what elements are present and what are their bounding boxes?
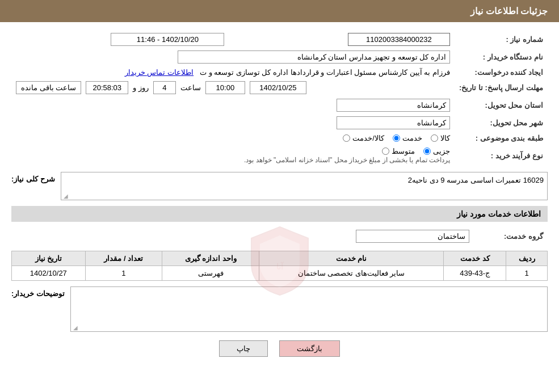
basic-info-table: شماره نیاز : 1102003384000232 1402/10/20… xyxy=(11,31,548,166)
tarikh-elam-value: 1402/10/20 - 11:46 xyxy=(111,33,224,46)
shomara-value: 1102003384000232 xyxy=(348,33,450,46)
button-row: بازگشت چاپ xyxy=(11,340,548,357)
tabaqa-option-kala[interactable]: کالا xyxy=(431,134,450,142)
mohlat-saat-mande-label: ساعت باقی مانده xyxy=(16,81,81,94)
nam-dastgah-value: اداره کل توسعه و تجهیز مدارس استان کرمان… xyxy=(178,50,450,64)
tabaqa-option-khedmat[interactable]: خدمت xyxy=(393,134,422,142)
ostan-label: استان محل تحویل: xyxy=(455,96,548,114)
col-radif: ردیف xyxy=(506,251,548,266)
col-tedad: تعداد / مقدار xyxy=(85,251,162,266)
col-nam: نام خدمت xyxy=(259,251,444,266)
table-header-row: ردیف کد خدمت نام خدمت واحد اندازه گیری ت… xyxy=(12,251,548,266)
tabaqa-radio-group: کالا/خدمت خدمت کالا xyxy=(343,134,450,142)
table-row: 1 ج-43-439 سایر فعالیت‌های تخصصی ساختمان… xyxy=(12,266,548,281)
tabaqa-label-khedmat: خدمت xyxy=(402,134,422,142)
ijad-label: ایجاد کننده درخواست: xyxy=(455,66,548,79)
noe-note: پرداخت تمام یا بخشی از مبلغ خریداز محل "… xyxy=(244,156,450,164)
sharh-label: شرح کلی نیاز: xyxy=(11,172,55,183)
row-tabaqa: طبقه بندی موضوعی : کالا/خدمت خدمت xyxy=(11,132,548,145)
page-wrapper: جزئیات اطلاعات نیاز شماره نیاز : 1102003… xyxy=(0,0,559,392)
col-kod: کد خدمت xyxy=(444,251,506,266)
cell-radif: 1 xyxy=(506,266,548,281)
cell-nam: سایر فعالیت‌های تخصصی ساختمان xyxy=(259,266,444,281)
page-header: جزئیات اطلاعات نیاز xyxy=(0,0,559,22)
noe-label-jozi: جزیی xyxy=(433,147,450,155)
cell-kod: ج-43-439 xyxy=(444,266,506,281)
mohlat-rooz-label: روز و xyxy=(133,83,149,92)
ijad-value-text: فرزام به آیین کارشناس مسئول اعتبارات و ق… xyxy=(200,68,450,77)
mohlat-label: مهلت ارسال پاسخ: تا تاریخ: xyxy=(455,79,548,96)
mohlat-rooz-value: 4 xyxy=(153,81,176,94)
shomara-value-cell: 1102003384000232 xyxy=(257,31,455,48)
nam-dastgah-value-cell: اداره کل توسعه و تجهیز مدارس استان کرمان… xyxy=(11,48,455,66)
noe-radio-group: متوسط جزیی xyxy=(382,147,450,155)
mohlat-countdown: 20:58:03 xyxy=(86,81,128,94)
tabaqa-label-kala: کالا xyxy=(440,134,450,142)
noe-option-jozi[interactable]: جزیی xyxy=(423,147,450,155)
col-vahed: واحد اندازه گیری xyxy=(162,251,259,266)
tabaqa-radio-khedmat[interactable] xyxy=(393,134,400,142)
row-noe: نوع فرآیند خرید : متوسط جزیی پرداخت تم xyxy=(11,145,548,166)
tabaqa-radio-kala[interactable] xyxy=(431,134,438,142)
tabaqa-radio-kala-khedmat[interactable] xyxy=(343,134,350,142)
tabaqa-option-kala-khedmat[interactable]: کالا/خدمت xyxy=(343,134,384,142)
noe-label: نوع فرآیند خرید : xyxy=(455,145,548,166)
services-table: ردیف کد خدمت نام خدمت واحد اندازه گیری ت… xyxy=(11,251,548,281)
shahr-value-cell: کرمانشاه xyxy=(11,114,455,132)
grooh-value-cell: ساختمان xyxy=(11,227,474,245)
noe-radio-motavasset[interactable] xyxy=(382,147,389,155)
col-tarikh: تاریخ نیاز xyxy=(12,251,86,266)
page-title: جزئیات اطلاعات نیاز xyxy=(470,6,548,16)
services-section-title: اطلاعات خدمات مورد نیاز xyxy=(11,206,548,222)
ijad-value-cell: فرزام به آیین کارشناس مسئول اعتبارات و ق… xyxy=(11,66,455,79)
mohlat-date: 1402/10/25 xyxy=(250,81,306,94)
sharh-section: شرح کلی نیاز: 16029 تعمیرات اساسی مدرسه … xyxy=(11,172,548,200)
cell-vahed: فهرستی xyxy=(162,266,259,281)
row-ostan: استان محل تحویل: کرمانشاه xyxy=(11,96,548,114)
mohlat-saat-label: ساعت xyxy=(180,83,201,92)
noe-radio-jozi[interactable] xyxy=(423,147,431,155)
ijad-link[interactable]: اطلاعات تماس خریدار xyxy=(125,68,194,77)
tozihat-section: توضیحات خریدار: ◢ xyxy=(11,286,548,332)
sharh-box: 16029 تعمیرات اساسی مدرسه 9 دی ناحیه2 ◢ xyxy=(61,172,548,200)
ostan-value-cell: کرمانشاه xyxy=(11,96,455,114)
row-ijad: ایجاد کننده درخواست: فرزام به آیین کارشن… xyxy=(11,66,548,79)
grooh-label: گروه خدمت: xyxy=(474,227,548,245)
row-mohlat: مهلت ارسال پاسخ: تا تاریخ: ساعت باقی مان… xyxy=(11,79,548,96)
services-table-body: 1 ج-43-439 سایر فعالیت‌های تخصصی ساختمان… xyxy=(12,266,548,281)
resize-handle-sharh: ◢ xyxy=(62,193,68,199)
grooh-value: ساختمان xyxy=(356,230,469,243)
mohlat-saat-value: 10:00 xyxy=(205,81,245,94)
noe-label-motavasset: متوسط xyxy=(392,147,415,155)
print-button[interactable]: چاپ xyxy=(219,340,268,357)
tarikh-label-cell xyxy=(229,31,257,48)
shahr-label: شهر محل تحویل: xyxy=(455,114,548,132)
tabaqa-value-cell: کالا/خدمت خدمت کالا xyxy=(11,132,455,145)
row-nam-dastgah: نام دستگاه خریدار : اداره کل توسعه و تجه… xyxy=(11,48,548,66)
shahr-value: کرمانشاه xyxy=(337,116,450,129)
tozihat-box: ◢ xyxy=(70,286,548,332)
cell-tedad: 1 xyxy=(85,266,162,281)
deadline-row: ساعت باقی مانده 20:58:03 روز و 4 ساعت 10… xyxy=(16,81,450,94)
ostan-value: کرمانشاه xyxy=(337,99,450,112)
services-table-head: ردیف کد خدمت نام خدمت واحد اندازه گیری ت… xyxy=(12,251,548,266)
shomara-label: شماره نیاز : xyxy=(455,31,548,48)
noe-option-motavasset[interactable]: متوسط xyxy=(382,147,415,155)
tozihat-label: توضیحات خریدار: xyxy=(11,286,65,298)
main-content: شماره نیاز : 1102003384000232 1402/10/20… xyxy=(0,22,559,374)
nam-dastgah-label: نام دستگاه خریدار : xyxy=(455,48,548,66)
tabaqa-label-kala-khedmat: کالا/خدمت xyxy=(352,134,384,142)
noe-value-cell: متوسط جزیی پرداخت تمام یا بخشی از مبلغ خ… xyxy=(11,145,455,166)
back-button[interactable]: بازگشت xyxy=(279,340,340,357)
row-shomara-tarikh: شماره نیاز : 1102003384000232 1402/10/20… xyxy=(11,31,548,48)
tabaqa-label: طبقه بندی موضوعی : xyxy=(455,132,548,145)
mohlat-value-cell: ساعت باقی مانده 20:58:03 روز و 4 ساعت 10… xyxy=(11,79,455,96)
tarikh-value-cell: 1402/10/20 - 11:46 xyxy=(11,31,229,48)
row-grooh: گروه خدمت: ساختمان xyxy=(11,227,548,245)
grooh-table: گروه خدمت: ساختمان xyxy=(11,227,548,245)
resize-handle-tozihat: ◢ xyxy=(72,324,78,330)
sharh-value: 16029 تعمیرات اساسی مدرسه 9 دی ناحیه2 xyxy=(408,176,544,184)
cell-tarikh: 1402/10/27 xyxy=(12,266,86,281)
row-shahr: شهر محل تحویل: کرمانشاه xyxy=(11,114,548,132)
